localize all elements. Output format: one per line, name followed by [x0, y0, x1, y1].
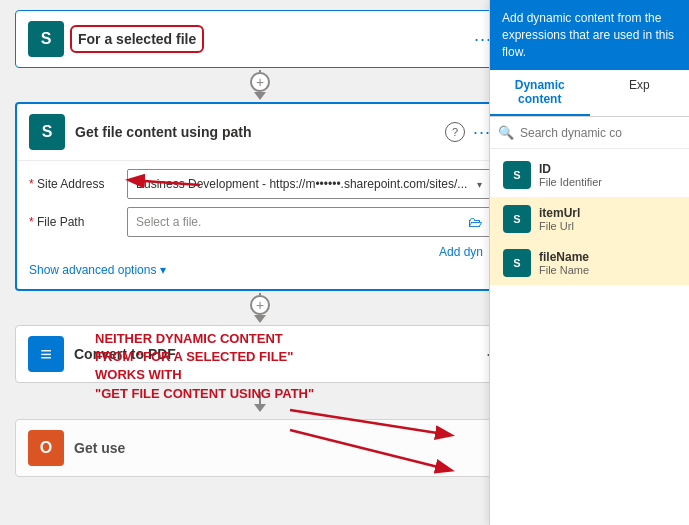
help-icon[interactable]: ? [445, 122, 465, 142]
annotation-line-2: from "For a Selected File" [95, 348, 365, 366]
dynamic-item-info-filename: fileName File Name [539, 250, 679, 276]
tab-dynamic-content[interactable]: Dynamic content [490, 70, 590, 116]
dynamic-item-name-filename: fileName [539, 250, 679, 264]
dynamic-items-list: S ID File Identifier S itemUrl File Url … [490, 149, 689, 525]
dynamic-item-filename[interactable]: S fileName File Name [490, 241, 689, 285]
selected-file-card: S For a selected file ··· [15, 10, 505, 68]
dynamic-item-itemurl[interactable]: S itemUrl File Url [490, 197, 689, 241]
dynamic-item-desc-filename: File Name [539, 264, 679, 276]
sharepoint-icon-2: S [29, 114, 65, 150]
dynamic-panel-tabs: Dynamic content Exp [490, 70, 689, 117]
get-file-title: Get file content using path [75, 124, 435, 140]
annotation-line-1: Neither Dynamic Content [95, 330, 365, 348]
file-path-placeholder: Select a file. [136, 215, 468, 229]
connector-arrow-1 [254, 92, 266, 100]
dynamic-item-desc-itemurl: File Url [539, 220, 679, 232]
connector-2: + [15, 293, 505, 323]
get-user-card: O Get use [15, 419, 505, 477]
selected-file-header: S For a selected file ··· [16, 11, 504, 67]
show-advanced-button[interactable]: Show advanced options ▾ [29, 263, 491, 277]
dynamic-item-icon-id: S [503, 161, 531, 189]
dynamic-search-input[interactable] [520, 126, 681, 140]
annotation-line-4: "Get File Content Using Path" [95, 385, 365, 403]
file-picker-icon[interactable]: 🗁 [468, 214, 482, 230]
get-file-header: S Get file content using path ? ··· [17, 104, 503, 160]
connector-1: + [15, 70, 505, 100]
add-step-button-2[interactable]: + [250, 295, 270, 315]
selected-file-title: For a selected file [74, 31, 464, 47]
site-address-input[interactable]: Business Development - https://m••••••.s… [127, 169, 491, 199]
sharepoint-icon-1: S [28, 21, 64, 57]
site-address-row: * Site Address Business Development - ht… [29, 169, 491, 199]
connector-arrow-3 [254, 404, 266, 412]
dynamic-item-id[interactable]: S ID File Identifier [490, 153, 689, 197]
tab-expression[interactable]: Exp [590, 70, 690, 116]
get-file-card: S Get file content using path ? ··· * Si… [15, 102, 505, 291]
convert-icon: ≡ [28, 336, 64, 372]
main-area: S For a selected file ··· + S Get file c… [0, 0, 520, 525]
dynamic-item-info-itemurl: itemUrl File Url [539, 206, 679, 232]
get-user-title: Get use [74, 440, 492, 456]
dynamic-item-desc-id: File Identifier [539, 176, 679, 188]
add-dynamic-link[interactable]: Add dyn [29, 245, 491, 259]
chevron-down-icon: ▾ [160, 263, 166, 277]
file-path-label: * File Path [29, 215, 119, 229]
add-step-button-1[interactable]: + [250, 72, 270, 92]
dynamic-item-icon-filename: S [503, 249, 531, 277]
dynamic-panel-header: Add dynamic content from the expressions… [490, 0, 689, 70]
site-address-value: Business Development - https://m••••••.s… [136, 177, 477, 191]
file-path-input[interactable]: Select a file. 🗁 [127, 207, 491, 237]
office-icon: O [28, 430, 64, 466]
dynamic-item-name-itemurl: itemUrl [539, 206, 679, 220]
site-address-label: * Site Address [29, 177, 119, 191]
dynamic-search-bar: 🔍 [490, 117, 689, 149]
dynamic-item-icon-itemurl: S [503, 205, 531, 233]
get-file-menu: ? ··· [445, 122, 491, 143]
search-icon: 🔍 [498, 125, 514, 140]
dynamic-item-name-id: ID [539, 162, 679, 176]
annotation-text: Neither Dynamic Content from "For a Sele… [95, 330, 365, 403]
dropdown-arrow-icon: ▾ [477, 179, 482, 190]
connector-arrow-2 [254, 315, 266, 323]
file-path-row: * File Path Select a file. 🗁 [29, 207, 491, 237]
get-file-body: * Site Address Business Development - ht… [17, 160, 503, 289]
annotation-line-3: Works with [95, 366, 365, 384]
get-user-header: O Get use [16, 420, 504, 476]
dynamic-content-panel: Add dynamic content from the expressions… [489, 0, 689, 525]
dynamic-item-info-id: ID File Identifier [539, 162, 679, 188]
